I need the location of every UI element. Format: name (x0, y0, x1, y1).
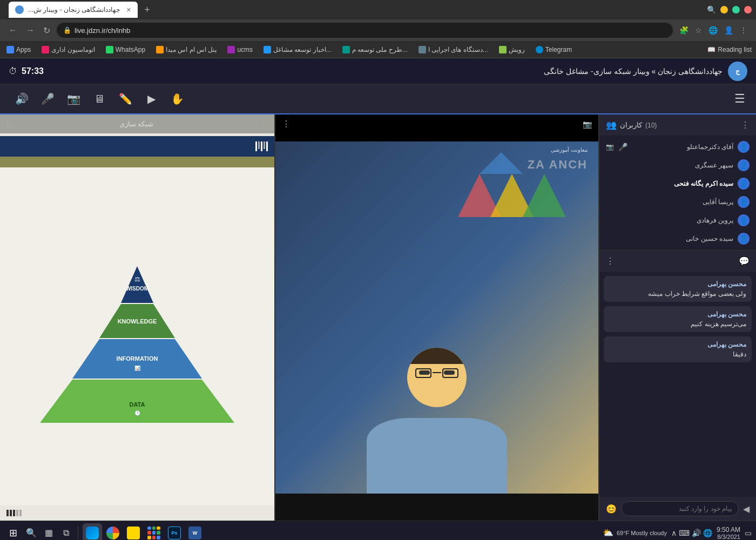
pyramid-area: DATA 🕐 INFORMATION 📊 KNOWLEDGE WISDOM ⚖ (0, 167, 274, 505)
show-desktop-btn[interactable]: ▭ (745, 529, 752, 537)
indicator-1 (6, 510, 9, 516)
clock-area[interactable]: 9:50 AM 8/3/2021 (717, 526, 740, 540)
search-button[interactable]: 🔍 (24, 525, 39, 541)
slide-accent-bar (0, 157, 274, 167)
taskbar-ps-app[interactable]: Ps (165, 523, 184, 541)
start-button[interactable]: ⊞ (4, 524, 22, 541)
user-name-1: آقای دکترجماعتلو (632, 143, 733, 151)
hand-btn[interactable]: ✋ (166, 88, 188, 110)
task-view-button[interactable]: ⧉ (58, 525, 73, 541)
bookmark-plan[interactable]: طرح ملی توسعه م... (340, 45, 410, 55)
maximize-button[interactable]: □ (732, 6, 740, 14)
bookmark-panalmail[interactable]: پنل اس ام اس میدا (154, 45, 219, 55)
taskbar-word-app[interactable]: W (185, 523, 205, 541)
audio-btn[interactable]: 🔊 (11, 88, 32, 110)
reload-button[interactable]: ↻ (41, 23, 52, 38)
indicator-2 (10, 510, 12, 516)
video-cam-icon: 📷 (583, 120, 592, 129)
tab-close-btn[interactable]: × (126, 5, 131, 14)
svg-text:DATA: DATA (130, 401, 145, 408)
weather-text: 69°F Mostly cloudy (617, 530, 667, 536)
active-tab[interactable]: جهاددانشگاهی زنجان - وبینار ش... × (9, 2, 138, 18)
chat-more-btn[interactable]: ⋮ (606, 256, 615, 266)
pyramid-svg: DATA 🕐 INFORMATION 📊 KNOWLEDGE WISDOM ⚖ (35, 239, 240, 434)
weather-display[interactable]: ⛅ 69°F Mostly cloudy (603, 528, 667, 538)
bookmark-telegram[interactable]: Telegram (534, 45, 574, 55)
video-more-btn[interactable]: ⋮ (282, 119, 291, 129)
slide-bar-1 (255, 141, 257, 151)
chat-send-btn[interactable]: ◀ (743, 504, 750, 514)
camera-btn[interactable]: 📷 (63, 88, 84, 110)
chat-panel: ⋮ 💬 محسن بهرامی ولی بعضی مواقع شرایط خرا… (599, 251, 756, 521)
bookmark-automation[interactable]: اتوماسیون اداری (39, 45, 97, 55)
chat-input[interactable] (621, 501, 739, 516)
browser-search-icon[interactable]: 🔍 (707, 5, 716, 14)
person-hair (407, 348, 467, 364)
webinar-topbar: ⏱ 57:33 ج جهاددانشگاهی زنجان » وبینار شب… (0, 58, 756, 84)
forward-button[interactable]: → (24, 23, 37, 37)
chat-emoji-btn[interactable]: 😊 (606, 504, 617, 514)
bookmark-ucms[interactable]: ucms (225, 45, 255, 55)
hamburger-menu-btn[interactable]: ☰ (734, 92, 745, 106)
bookmark-whatsapp[interactable]: WhatsApp (104, 45, 147, 55)
tray-up-arrow[interactable]: ∧ (671, 529, 677, 537)
taskbar-grid-app[interactable] (144, 523, 164, 541)
profile-btn[interactable]: 👤 (722, 24, 735, 37)
chat-text-2: می‌ترسیم هزینه کنیم (609, 320, 746, 328)
taskbar-divider (78, 526, 78, 539)
tab-title: جهاددانشگاهی زنجان - وبینار ش... (28, 6, 120, 14)
review-favicon (499, 46, 507, 53)
taskbar-edge-app[interactable] (83, 523, 102, 541)
presentation-more-btn[interactable]: ⋮ (259, 119, 268, 129)
url-box[interactable]: 🔒 live.jdzn.ir/ch/inhb (57, 23, 673, 38)
chat-sender-2: محسن بهرامی (609, 310, 746, 318)
bookmark-apps[interactable]: Apps (4, 45, 33, 55)
pen-btn[interactable]: ✏️ (114, 88, 136, 110)
lock-icon: 🔒 (63, 26, 71, 34)
browser-actions: 🧩 ☆ 🌐 👤 ⋮ (677, 24, 750, 37)
webinar-title: جهاددانشگاهی زنجان » وبینار شبکه سازی- م… (544, 67, 723, 76)
automation-label: اتوماسیون اداری (51, 46, 94, 53)
users-more-btn[interactable]: ⋮ (741, 120, 750, 130)
right-glasses (442, 368, 458, 378)
tray-volume-icon[interactable]: 🔊 (692, 529, 701, 537)
minimize-button[interactable]: − (720, 6, 728, 14)
presentation-collapse-icon[interactable]: ◱ (6, 120, 14, 129)
widgets-button[interactable]: ▦ (41, 525, 56, 541)
favorites-btn[interactable]: ☆ (693, 24, 704, 37)
close-button[interactable]: × (744, 6, 752, 14)
user-name-5: پروین فرهادی (606, 217, 733, 224)
user-avatar-1: 👤 (738, 141, 750, 153)
bookmark-jobs[interactable]: اخبار توسعه مشاغل... (261, 45, 334, 55)
users-panel: ⋮ (10) کاربران 👥 👤 آقای دکترجماعتلو 🎤 📷 (599, 114, 756, 251)
extensions-btn[interactable]: 🧩 (677, 24, 691, 37)
mic-btn[interactable]: 🎤 (37, 88, 58, 110)
taskbar-files-app[interactable] (124, 523, 143, 541)
chat-message-3: محسن بهرامی دقیقا (604, 336, 752, 362)
tray-keyboard-icon[interactable]: ⌨ (679, 529, 690, 537)
back-button[interactable]: ← (6, 23, 19, 37)
telegram-favicon (536, 46, 543, 53)
clock-time: 9:50 AM (717, 526, 740, 534)
user-name-2: سپهر عسگری (606, 161, 733, 169)
taskbar-chrome-app[interactable] (103, 523, 123, 541)
tray-network-icon[interactable]: 🌐 (703, 529, 712, 537)
whatsapp-favicon (106, 46, 113, 53)
timer-display: 57:33 (22, 66, 44, 76)
devices-label: دستگاه های اجرایی ا... (428, 46, 488, 53)
new-tab-button[interactable]: + (140, 2, 155, 17)
topbar-left: ⏱ 57:33 (9, 66, 44, 76)
reading-list-btn[interactable]: 📖 Reading list (707, 46, 752, 53)
bookmark-devices[interactable]: دستگاه های اجرایی ا... (416, 45, 490, 55)
play-btn[interactable]: ▶ (140, 88, 162, 110)
user-name-6: سیده حسین خانی (606, 235, 733, 242)
grid-icon (147, 526, 160, 539)
menu-btn[interactable]: ⋮ (738, 24, 750, 37)
review-label: رویش (509, 46, 525, 53)
users-icon: 👥 (606, 120, 617, 130)
screen-share-btn[interactable]: 🖥 (89, 88, 110, 110)
glasses-bridge (433, 372, 441, 373)
telegram-label: Telegram (545, 46, 572, 53)
translate-btn[interactable]: 🌐 (706, 24, 720, 37)
bookmark-review[interactable]: رویش (497, 45, 527, 55)
